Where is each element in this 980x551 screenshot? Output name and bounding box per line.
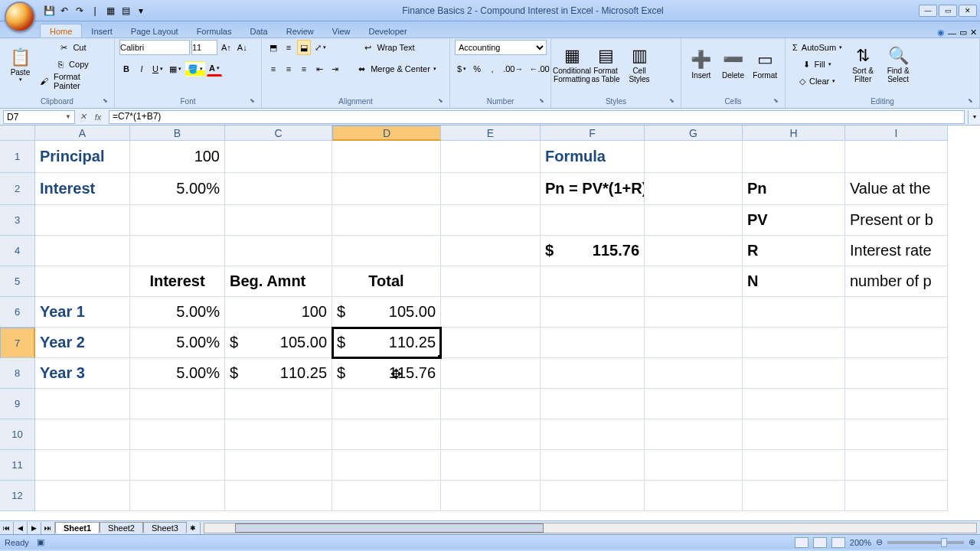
column-header-G[interactable]: G bbox=[645, 126, 743, 141]
sheet-nav-prev-icon[interactable]: ◀ bbox=[14, 522, 28, 534]
normal-view-button[interactable] bbox=[795, 537, 808, 548]
cell-D5[interactable]: Total bbox=[332, 266, 441, 297]
tab-formulas[interactable]: Formulas bbox=[188, 24, 241, 37]
conditional-formatting-button[interactable]: ▦Conditional Formatting bbox=[556, 40, 588, 90]
cell-D7[interactable]: $110.25 bbox=[332, 328, 441, 358]
cell-H8[interactable] bbox=[743, 358, 845, 389]
cell-D1[interactable] bbox=[332, 141, 441, 173]
ribbon-close-icon[interactable]: ✕ bbox=[970, 28, 977, 37]
cell-E8[interactable] bbox=[441, 358, 541, 389]
cell-E7[interactable] bbox=[441, 328, 541, 358]
cell-D4[interactable] bbox=[332, 236, 441, 266]
cell-F2[interactable]: Pn = PV*(1+R)^N bbox=[541, 173, 645, 205]
cell-E5[interactable] bbox=[441, 266, 541, 297]
cell-E10[interactable] bbox=[441, 419, 541, 450]
page-layout-view-button[interactable] bbox=[813, 537, 827, 548]
number-format-select[interactable]: Accounting bbox=[455, 40, 547, 55]
row-header-3[interactable]: 3 bbox=[0, 205, 35, 236]
tab-home[interactable]: Home bbox=[40, 24, 82, 37]
column-header-D[interactable]: D bbox=[332, 126, 441, 141]
cell-F12[interactable] bbox=[541, 481, 645, 511]
minimize-button[interactable]: — bbox=[919, 5, 937, 17]
column-header-C[interactable]: C bbox=[225, 126, 332, 141]
merge-center-button[interactable]: ⬌ Merge & Center▾ bbox=[348, 61, 447, 77]
bold-button[interactable]: B bbox=[119, 61, 133, 77]
cell-G2[interactable] bbox=[645, 173, 743, 205]
cell-A5[interactable] bbox=[35, 266, 130, 297]
cell-G12[interactable] bbox=[645, 481, 743, 511]
zoom-level[interactable]: 200% bbox=[850, 538, 871, 547]
cell-C12[interactable] bbox=[225, 481, 332, 511]
qat-custom2-icon[interactable]: ▤ bbox=[119, 5, 132, 17]
column-header-I[interactable]: I bbox=[845, 126, 948, 141]
help-icon[interactable]: ◉ bbox=[937, 28, 945, 37]
row-header-8[interactable]: 8 bbox=[0, 358, 35, 389]
accounting-format-button[interactable]: $▾ bbox=[455, 61, 469, 77]
cell-H1[interactable] bbox=[743, 141, 845, 173]
cell-I9[interactable] bbox=[845, 389, 948, 419]
cell-A10[interactable] bbox=[35, 419, 130, 450]
increase-decimal-button[interactable]: .00→ bbox=[501, 61, 525, 77]
underline-button[interactable]: U▾ bbox=[150, 61, 165, 77]
tab-data[interactable]: Data bbox=[240, 24, 276, 37]
column-header-A[interactable]: A bbox=[35, 126, 130, 141]
cell-F3[interactable] bbox=[541, 205, 645, 236]
font-size-select[interactable] bbox=[191, 40, 217, 55]
cell-E11[interactable] bbox=[441, 450, 541, 481]
namebox-dropdown-icon[interactable]: ▼ bbox=[65, 113, 71, 120]
cell-F6[interactable] bbox=[541, 297, 645, 328]
find-select-button[interactable]: 🔍Find & Select bbox=[881, 40, 915, 90]
sheet-nav-next-icon[interactable]: ▶ bbox=[28, 522, 41, 534]
cell-G7[interactable] bbox=[645, 328, 743, 358]
autosum-button[interactable]: Σ AutoSum▾ bbox=[790, 40, 844, 55]
shrink-font-button[interactable]: A↓ bbox=[235, 40, 250, 55]
cell-I7[interactable] bbox=[845, 328, 948, 358]
cell-B4[interactable] bbox=[130, 236, 225, 266]
cell-A11[interactable] bbox=[35, 450, 130, 481]
cell-E12[interactable] bbox=[441, 481, 541, 511]
paste-button[interactable]: 📋Paste▾ bbox=[5, 40, 36, 90]
cell-B8[interactable]: 5.00% bbox=[130, 358, 225, 389]
cell-F9[interactable] bbox=[541, 389, 645, 419]
cell-A4[interactable] bbox=[35, 236, 130, 266]
sheet-tab-3[interactable]: Sheet3 bbox=[143, 522, 187, 533]
ribbon-minimize-icon[interactable]: — bbox=[948, 28, 956, 37]
row-header-6[interactable]: 6 bbox=[0, 297, 35, 328]
orientation-button[interactable]: ⤢▾ bbox=[312, 40, 328, 55]
cell-I4[interactable]: Interest rate bbox=[845, 236, 948, 266]
cell-D6[interactable]: $105.00 bbox=[332, 297, 441, 328]
row-header-12[interactable]: 12 bbox=[0, 481, 35, 511]
fill-button[interactable]: ⬇ Fill▾ bbox=[790, 57, 844, 72]
insert-cells-button[interactable]: ➕Insert bbox=[686, 40, 717, 90]
cell-H11[interactable] bbox=[743, 450, 845, 481]
macro-record-icon[interactable]: ▣ bbox=[37, 537, 44, 547]
grow-font-button[interactable]: A↑ bbox=[219, 40, 234, 55]
cell-D12[interactable] bbox=[332, 481, 441, 511]
cell-styles-button[interactable]: ▥Cell Styles bbox=[623, 40, 655, 90]
cell-H2[interactable]: Pn bbox=[743, 173, 845, 205]
cell-C1[interactable] bbox=[225, 141, 332, 173]
cell-H4[interactable]: R bbox=[743, 236, 845, 266]
row-header-5[interactable]: 5 bbox=[0, 266, 35, 297]
wrap-text-button[interactable]: ↩ Wrap Text bbox=[348, 40, 432, 55]
cell-C9[interactable] bbox=[225, 389, 332, 419]
row-header-10[interactable]: 10 bbox=[0, 419, 35, 450]
align-top-button[interactable]: ⬒ bbox=[266, 40, 280, 55]
cell-E6[interactable] bbox=[441, 297, 541, 328]
maximize-button[interactable]: ▭ bbox=[939, 5, 957, 17]
sheet-nav-first-icon[interactable]: ⏮ bbox=[0, 522, 14, 534]
cell-C5[interactable]: Beg. Amnt bbox=[225, 266, 332, 297]
cell-E1[interactable] bbox=[441, 141, 541, 173]
format-cells-button[interactable]: ▭Format bbox=[750, 40, 780, 90]
cell-B3[interactable] bbox=[130, 205, 225, 236]
cell-C2[interactable] bbox=[225, 173, 332, 205]
cell-G9[interactable] bbox=[645, 389, 743, 419]
close-button[interactable]: ✕ bbox=[959, 5, 977, 17]
cell-E4[interactable] bbox=[441, 236, 541, 266]
decrease-indent-button[interactable]: ⇤ bbox=[312, 61, 326, 77]
cell-G1[interactable] bbox=[645, 141, 743, 173]
spreadsheet-grid[interactable]: ABCDEFGHI 123456789101112 Principal100Fo… bbox=[0, 126, 980, 520]
horizontal-scrollbar[interactable] bbox=[204, 523, 977, 533]
cell-B5[interactable]: Interest bbox=[130, 266, 225, 297]
sort-filter-button[interactable]: ⇅Sort & Filter bbox=[846, 40, 880, 90]
